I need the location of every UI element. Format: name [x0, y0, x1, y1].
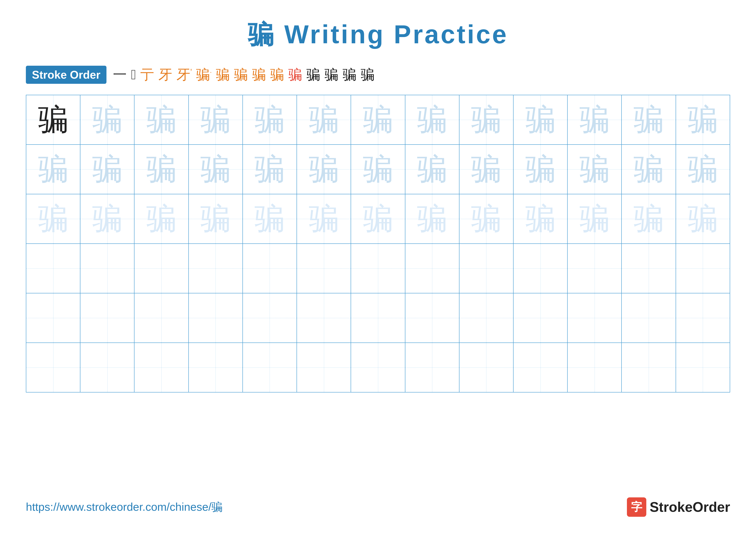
grid-cell-6-10	[513, 343, 567, 392]
grid-cell-1-2: 骗	[80, 95, 134, 144]
grid-cell-5-4	[189, 293, 243, 343]
stroke-order-row: Stroke Order 一 𠃍 亍 牙 牙' 骗· 骗 骗 骗 骗 骗 骗 骗…	[26, 65, 730, 84]
grid-cell-3-13: 骗	[676, 194, 730, 243]
grid-cell-3-8: 骗	[405, 194, 459, 243]
grid-cell-1-1: 骗	[26, 95, 80, 144]
grid-cell-6-8	[405, 343, 459, 392]
grid-cell-3-1: 骗	[26, 194, 80, 243]
footer-url: https://www.strokeorder.com/chinese/骗	[26, 499, 223, 515]
stroke-sequence: 一 𠃍 亍 牙 牙' 骗· 骗 骗 骗 骗 骗 骗 骗 骗 骗	[113, 65, 375, 84]
grid-cell-6-2	[80, 343, 134, 392]
grid-cell-4-2	[80, 243, 134, 293]
grid-cell-6-6	[297, 343, 351, 392]
grid-cell-3-12: 骗	[622, 194, 676, 243]
grid-cell-5-5	[243, 293, 297, 343]
grid-cell-1-6: 骗	[297, 95, 351, 144]
grid-cell-2-4: 骗	[189, 144, 243, 194]
grid-cell-6-13	[676, 343, 730, 392]
grid-cell-2-5: 骗	[243, 144, 297, 194]
grid-cell-3-11: 骗	[567, 194, 622, 243]
stroke-1: 一	[113, 65, 127, 84]
grid-cell-4-13	[676, 243, 730, 293]
grid-cell-4-10	[513, 243, 567, 293]
grid-cell-3-10: 骗	[513, 194, 567, 243]
grid-cell-4-8	[405, 243, 459, 293]
grid-cell-6-5	[243, 343, 297, 392]
stroke-2: 𠃍	[131, 67, 136, 83]
grid-cell-6-3	[134, 343, 188, 392]
grid-cell-4-5	[243, 243, 297, 293]
grid-cell-2-1: 骗	[26, 144, 80, 194]
grid-cell-3-6: 骗	[297, 194, 351, 243]
stroke-order-badge: Stroke Order	[26, 66, 106, 84]
grid-cell-6-7	[351, 343, 405, 392]
footer: https://www.strokeorder.com/chinese/骗 字 …	[26, 497, 730, 517]
grid-cell-3-4: 骗	[189, 194, 243, 243]
grid-cell-4-11	[567, 243, 622, 293]
grid-cell-5-8	[405, 293, 459, 343]
grid-cell-5-3	[134, 293, 188, 343]
grid-cell-1-10: 骗	[513, 95, 567, 144]
stroke-15: 骗	[361, 65, 375, 84]
stroke-5: 牙'	[176, 65, 192, 84]
stroke-13: 骗	[325, 65, 338, 84]
grid-cell-4-4	[189, 243, 243, 293]
grid-cell-5-1	[26, 293, 80, 343]
grid-cell-1-7: 骗	[351, 95, 405, 144]
brand-icon: 字	[627, 497, 646, 517]
practice-grid: 骗 骗 骗 骗 骗 骗 骗 骗 骗 骗 骗 骗 骗 骗 骗 骗 骗 骗 骗 骗 …	[26, 95, 730, 393]
grid-cell-3-9: 骗	[459, 194, 513, 243]
grid-cell-4-1	[26, 243, 80, 293]
grid-cell-1-5: 骗	[243, 95, 297, 144]
grid-cell-1-12: 骗	[622, 95, 676, 144]
grid-cell-2-13: 骗	[676, 144, 730, 194]
grid-cell-5-12	[622, 293, 676, 343]
stroke-7: 骗	[216, 65, 230, 84]
grid-row-4	[26, 243, 730, 293]
grid-cell-3-3: 骗	[134, 194, 188, 243]
grid-cell-1-8: 骗	[405, 95, 459, 144]
stroke-9: 骗	[252, 65, 266, 84]
grid-cell-5-10	[513, 293, 567, 343]
grid-cell-4-7	[351, 243, 405, 293]
grid-cell-2-11: 骗	[567, 144, 622, 194]
grid-cell-3-5: 骗	[243, 194, 297, 243]
stroke-14: 骗	[343, 65, 357, 84]
grid-cell-1-3: 骗	[134, 95, 188, 144]
grid-cell-5-13	[676, 293, 730, 343]
grid-cell-5-2	[80, 293, 134, 343]
grid-cell-2-10: 骗	[513, 144, 567, 194]
grid-cell-2-6: 骗	[297, 144, 351, 194]
page: 骗 Writing Practice Stroke Order 一 𠃍 亍 牙 …	[0, 0, 756, 534]
grid-row-3: 骗 骗 骗 骗 骗 骗 骗 骗 骗 骗 骗 骗 骗	[26, 194, 730, 243]
grid-cell-1-4: 骗	[189, 95, 243, 144]
grid-cell-5-7	[351, 293, 405, 343]
stroke-4: 牙	[158, 65, 172, 84]
grid-cell-1-9: 骗	[459, 95, 513, 144]
grid-row-1: 骗 骗 骗 骗 骗 骗 骗 骗 骗 骗 骗 骗 骗	[26, 95, 730, 144]
grid-cell-3-2: 骗	[80, 194, 134, 243]
grid-cell-2-8: 骗	[405, 144, 459, 194]
grid-cell-4-6	[297, 243, 351, 293]
footer-brand: 字 StrokeOrder	[627, 497, 730, 517]
grid-cell-2-9: 骗	[459, 144, 513, 194]
page-title: 骗 Writing Practice	[26, 17, 730, 52]
grid-cell-2-7: 骗	[351, 144, 405, 194]
grid-cell-6-9	[459, 343, 513, 392]
grid-cell-5-6	[297, 293, 351, 343]
grid-row-2: 骗 骗 骗 骗 骗 骗 骗 骗 骗 骗 骗 骗 骗	[26, 144, 730, 194]
grid-cell-3-7: 骗	[351, 194, 405, 243]
stroke-8: 骗	[234, 65, 248, 84]
grid-cell-1-11: 骗	[567, 95, 622, 144]
grid-cell-6-1	[26, 343, 80, 392]
grid-cell-2-3: 骗	[134, 144, 188, 194]
grid-cell-6-12	[622, 343, 676, 392]
grid-cell-4-9	[459, 243, 513, 293]
grid-row-5	[26, 293, 730, 343]
stroke-3: 亍	[140, 65, 154, 84]
stroke-6: 骗·	[196, 65, 212, 84]
grid-cell-5-9	[459, 293, 513, 343]
grid-cell-5-11	[567, 293, 622, 343]
grid-row-6	[26, 343, 730, 392]
stroke-12: 骗	[307, 65, 320, 84]
